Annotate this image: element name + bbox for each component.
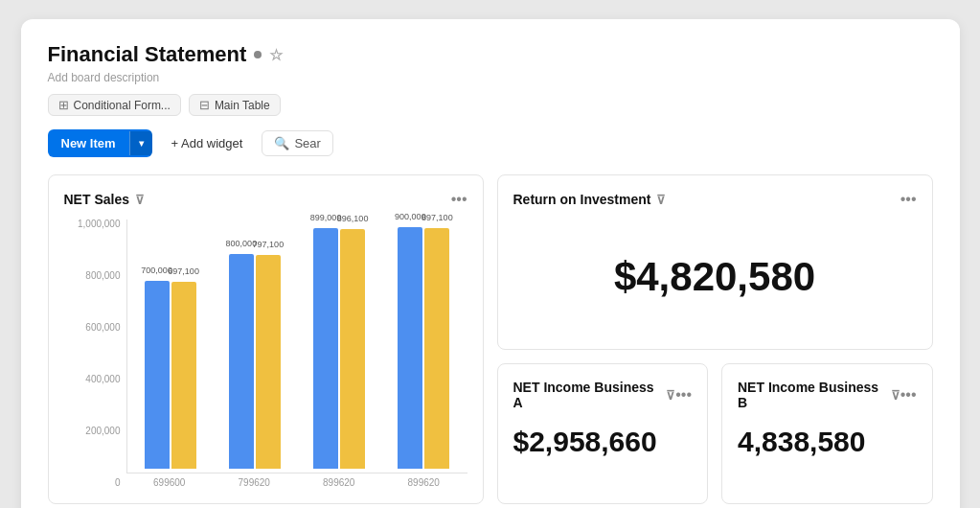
net-income-a-title-group: NET Income Business A ⊽ [513,380,676,410]
bar-yellow-3 [340,229,365,469]
action-row: New Item ▾ + Add widget 🔍 Sear [48,129,933,157]
net-sales-filter-icon[interactable]: ⊽ [135,193,145,207]
net-income-b-title: NET Income Business B [738,380,885,410]
bar-blue-2 [229,254,254,469]
roi-widget: Return on Investment ⊽ ••• $4,820,580 [497,174,933,350]
bar-pair-2: 800,000 797,100 [229,254,281,469]
title-dot [254,51,262,58]
bar-blue-3 [313,228,338,469]
bar-label-yellow-4: 897,100 [422,213,453,222]
bar-blue-4 [398,227,422,469]
net-sales-more-icon[interactable]: ••• [451,191,467,208]
roi-more-icon[interactable]: ••• [900,191,917,208]
y-axis: 1,000,000 800,000 600,000 400,000 200,00… [64,219,126,488]
roi-header: Return on Investment ⊽ ••• [513,191,917,208]
net-income-group: NET Income Business A ⊽ ••• $2,958,660 N… [497,363,933,504]
dashboard-grid: NET Sales ⊽ ••• 1,000,000 800,000 600,00… [48,174,933,504]
y-label-0: 0 [115,478,121,488]
search-icon: 🔍 [274,136,289,150]
bar-yellow-4 [424,228,449,469]
bar-pair-4: 900,000 897,100 [398,227,449,469]
roi-title: Return on Investment [513,192,651,207]
bar-pair-3: 899,000 896,100 [313,228,365,469]
bar-yellow-1 [171,282,196,469]
bar-blue-1 [145,281,170,469]
bar-yellow-2 [256,255,281,469]
page-title-row: Financial Statement ☆ [48,42,933,67]
bar-group-2: 800,000 797,100 [221,254,288,469]
roi-filter-icon[interactable]: ⊽ [656,193,666,207]
new-item-button[interactable]: New Item ▾ [48,129,152,157]
net-income-a-title: NET Income Business A [513,380,661,410]
search-button[interactable]: 🔍 Sear [262,130,332,156]
roi-title-group: Return on Investment ⊽ [513,192,667,207]
new-item-dropdown-icon[interactable]: ▾ [129,131,152,155]
net-sales-title-group: NET Sales ⊽ [64,192,145,207]
bar-group-4: 900,000 897,100 [390,227,457,469]
net-income-a-more-icon[interactable]: ••• [675,386,692,404]
toolbar-tags: ⊞ Conditional Form... ⊟ Main Table [48,94,933,116]
add-widget-button[interactable]: + Add widget [162,130,253,156]
add-widget-label: + Add widget [171,136,243,150]
bar-label-yellow-2: 797,100 [253,240,285,249]
x-label-1: 699600 [136,477,204,488]
net-sales-widget: NET Sales ⊽ ••• 1,000,000 800,000 600,00… [48,174,484,504]
main-table-icon: ⊟ [199,98,210,112]
search-label: Sear [294,136,320,150]
net-sales-chart: 1,000,000 800,000 600,000 400,000 200,00… [64,219,467,488]
net-income-a-value: $2,958,660 [513,426,693,458]
conditional-form-tag[interactable]: ⊞ Conditional Form... [48,94,181,116]
y-label-600000: 600,000 [85,323,120,333]
conditional-form-icon: ⊞ [58,98,69,112]
net-sales-header: NET Sales ⊽ ••• [64,191,467,208]
net-income-b-value: 4,838,580 [738,426,917,458]
bar-label-yellow-1: 697,100 [168,266,199,276]
y-label-400000: 400,000 [85,375,120,384]
bar-group-1: 700,000 697,100 [137,281,204,469]
net-income-b-more-icon[interactable]: ••• [900,386,917,404]
main-card: Financial Statement ☆ Add board descript… [21,19,960,508]
bars-area: 700,000 697,100 [126,219,467,473]
net-income-a-header: NET Income Business A ⊽ ••• [513,380,693,410]
page-title-text: Financial Statement [48,42,247,67]
y-label-200000: 200,000 [85,427,120,436]
main-table-label: Main Table [215,99,270,112]
roi-value: $4,820,580 [513,219,917,334]
net-sales-title: NET Sales [64,192,129,207]
net-income-a-filter-icon[interactable]: ⊽ [666,388,675,403]
net-income-b-title-group: NET Income Business B ⊽ [738,380,900,410]
net-income-b-filter-icon[interactable]: ⊽ [891,388,900,403]
x-label-2: 799620 [220,477,288,488]
chart-body: 700,000 697,100 [126,219,467,488]
x-labels: 699600 799620 899620 899620 [126,477,467,488]
net-income-b-header: NET Income Business B ⊽ ••• [738,380,917,410]
y-label-1000000: 1,000,000 [78,219,121,229]
bar-pair-1: 700,000 697,100 [145,281,196,469]
bar-group-3: 899,000 896,100 [306,228,373,469]
y-label-800000: 800,000 [85,271,120,281]
board-description[interactable]: Add board description [48,71,933,84]
x-label-3: 899620 [306,477,374,488]
star-icon[interactable]: ☆ [269,46,283,64]
net-income-b-widget: NET Income Business B ⊽ ••• 4,838,580 [721,363,933,504]
net-income-a-widget: NET Income Business A ⊽ ••• $2,958,660 [497,363,709,504]
conditional-form-label: Conditional Form... [74,99,171,112]
new-item-label: New Item [48,129,129,157]
main-table-tag[interactable]: ⊟ Main Table [189,94,281,116]
x-label-4: 899620 [390,477,458,488]
bar-label-yellow-3: 896,100 [337,214,369,223]
